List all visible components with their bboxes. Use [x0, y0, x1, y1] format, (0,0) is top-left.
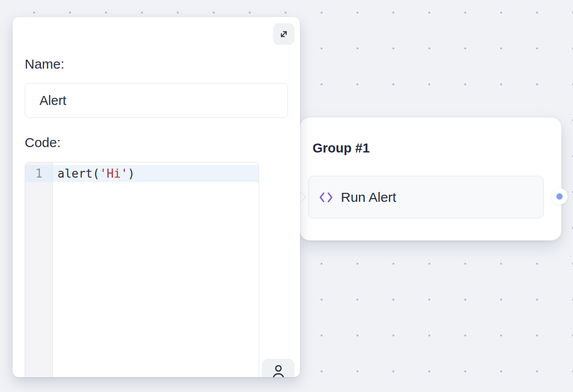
connector-ring-icon: [556, 193, 563, 200]
output-connector[interactable]: [551, 188, 568, 205]
editor-gutter: [25, 162, 53, 377]
expand-diagonal-icon: [278, 28, 290, 40]
name-label: Name:: [25, 55, 64, 73]
code-brackets-icon: [319, 191, 333, 204]
profile-button[interactable]: [262, 359, 295, 377]
code-token-close: ): [128, 167, 135, 180]
expand-button[interactable]: [273, 23, 295, 45]
code-label: Code:: [25, 133, 61, 152]
code-token-string: 'Hi': [100, 167, 128, 180]
node-config-panel: Name: Code: 1 alert('Hi'): [13, 17, 300, 377]
group-card: Group #1 Run Alert: [300, 118, 561, 240]
line-number: 1: [25, 165, 53, 182]
code-line: alert('Hi'): [57, 165, 135, 182]
code-editor[interactable]: 1 alert('Hi'): [25, 162, 259, 377]
flow-canvas[interactable]: Group #1 Run Alert Name: Co: [0, 0, 573, 392]
node-run-alert[interactable]: Run Alert: [308, 176, 544, 218]
name-input[interactable]: [25, 83, 288, 118]
node-label: Run Alert: [341, 190, 396, 205]
person-icon: [269, 362, 287, 377]
group-title: Group #1: [313, 139, 370, 157]
code-token-function: alert(: [57, 167, 100, 180]
